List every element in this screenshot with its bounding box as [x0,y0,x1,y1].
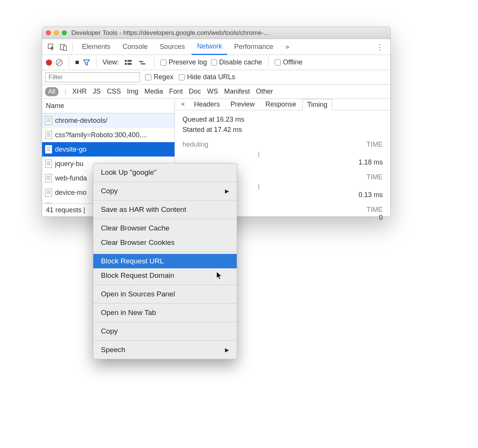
close-detail-icon[interactable]: × [178,100,188,108]
context-open-tab[interactable]: Open in New Tab [93,305,237,320]
context-separator [93,322,237,322]
context-copy-submenu[interactable]: Copy▶ [93,184,237,198]
context-copy[interactable]: Copy [93,324,237,338]
divider [72,42,73,52]
tab-performance[interactable]: Performance [229,39,278,55]
divider [268,58,269,67]
tab-console[interactable]: Console [117,39,153,55]
svg-rect-6 [127,63,132,65]
type-font[interactable]: Font [169,88,183,96]
preserve-log-checkbox[interactable]: Preserve log [160,58,207,66]
regex-checkbox[interactable]: Regex [145,73,173,81]
screenshot-icon[interactable]: ■ [75,58,79,66]
context-save-har[interactable]: Save as HAR with Content [93,202,237,217]
window-minimize-button[interactable] [54,30,59,35]
svg-rect-7 [139,61,143,62]
svg-rect-3 [125,60,127,62]
overview-icon[interactable] [137,57,148,68]
type-filter-row: All | XHR JS CSS Img Media Font Doc WS M… [42,85,390,99]
type-xhr[interactable]: XHR [72,88,87,96]
timing-section-scheduling: hedulingTIME [182,141,383,149]
file-icon [45,203,52,204]
context-separator [93,340,237,341]
svg-rect-2 [63,46,66,50]
context-speech-submenu[interactable]: Speech▶ [93,343,237,357]
chevron-right-icon: ▶ [225,188,229,194]
timing-queued: Queued at 16.23 ms [182,116,383,124]
context-separator [93,285,237,285]
tab-elements[interactable]: Elements [77,39,116,55]
cursor-icon [216,271,223,282]
filter-input[interactable] [45,72,140,82]
window-close-button[interactable] [46,30,51,35]
inspect-element-icon[interactable] [46,42,57,52]
context-separator [93,182,237,182]
window-titlebar: Developer Tools - https://developers.goo… [42,27,390,39]
detail-tab-timing[interactable]: Timing [302,99,332,110]
clear-button[interactable] [56,59,63,66]
detail-tab-response[interactable]: Response [261,99,301,110]
traffic-lights [46,30,67,35]
context-lookup[interactable]: Look Up "google" [93,165,237,180]
file-icon [45,160,52,168]
type-manifest[interactable]: Manifest [224,88,250,96]
type-all[interactable]: All [45,87,58,96]
filter-icon[interactable] [83,59,90,66]
context-separator [93,200,237,201]
context-separator [93,252,237,252]
request-row[interactable]: css?family=Roboto:300,400,... [42,128,175,142]
window-title: Developer Tools - https://developers.goo… [71,29,269,37]
file-icon [45,145,52,154]
svg-rect-4 [127,60,132,62]
file-icon [45,131,52,139]
context-open-sources[interactable]: Open in Sources Panel [93,287,237,301]
type-doc[interactable]: Doc [189,88,201,96]
context-separator [93,219,237,219]
context-block-url[interactable]: Block Request URL [93,254,237,268]
view-label: View: [102,58,119,66]
context-clear-cookies[interactable]: Clear Browser Cookies [93,235,237,250]
tab-overflow[interactable]: » [280,39,294,55]
context-clear-cache[interactable]: Clear Browser Cache [93,221,237,235]
filter-row: Regex Hide data URLs [42,70,390,85]
file-icon [45,116,52,125]
chevron-right-icon: ▶ [225,347,229,353]
context-separator [93,303,237,304]
offline-checkbox[interactable]: Offline [275,58,303,66]
tab-network[interactable]: Network [192,39,227,55]
name-column-header[interactable]: Name [42,99,175,113]
detail-tab-headers[interactable]: Headers [190,99,225,110]
request-row[interactable]: chrome-devtools/ [42,113,175,128]
file-icon [45,188,52,197]
detail-tab-preview[interactable]: Preview [226,99,259,110]
file-icon [45,174,52,182]
type-css[interactable]: CSS [107,88,121,96]
device-toolbar-icon[interactable] [58,42,69,52]
devtools-toolbar: Elements Console Sources Network Perform… [42,39,390,55]
large-rows-icon[interactable] [123,57,134,68]
detail-tabs: × Headers Preview Response Timing [175,99,390,110]
context-menu: Look Up "google" Copy▶ Save as HAR with … [93,163,237,359]
type-ws[interactable]: WS [207,88,218,96]
kebab-menu-icon[interactable]: ⋮ [373,42,387,52]
record-button[interactable] [46,60,52,66]
type-other[interactable]: Other [256,88,273,96]
window-maximize-button[interactable] [62,30,67,35]
timing-started: Started at 17.42 ms [182,126,383,134]
svg-rect-8 [141,63,145,64]
divider [69,58,69,67]
divider [96,58,96,67]
network-controls: ■ View: Preserve log Disable cache Offli… [42,55,390,70]
type-media[interactable]: Media [145,88,163,96]
hide-data-urls-checkbox[interactable]: Hide data URLs [179,73,235,81]
type-img[interactable]: Img [127,88,138,96]
divider [154,58,154,67]
svg-rect-5 [125,63,127,65]
tab-sources[interactable]: Sources [154,39,190,55]
timing-bar [182,152,383,157]
disable-cache-checkbox[interactable]: Disable cache [211,58,262,66]
type-js[interactable]: JS [93,88,101,96]
request-row[interactable]: devsite-go [42,142,175,157]
context-block-domain[interactable]: Block Request Domain [93,268,237,283]
